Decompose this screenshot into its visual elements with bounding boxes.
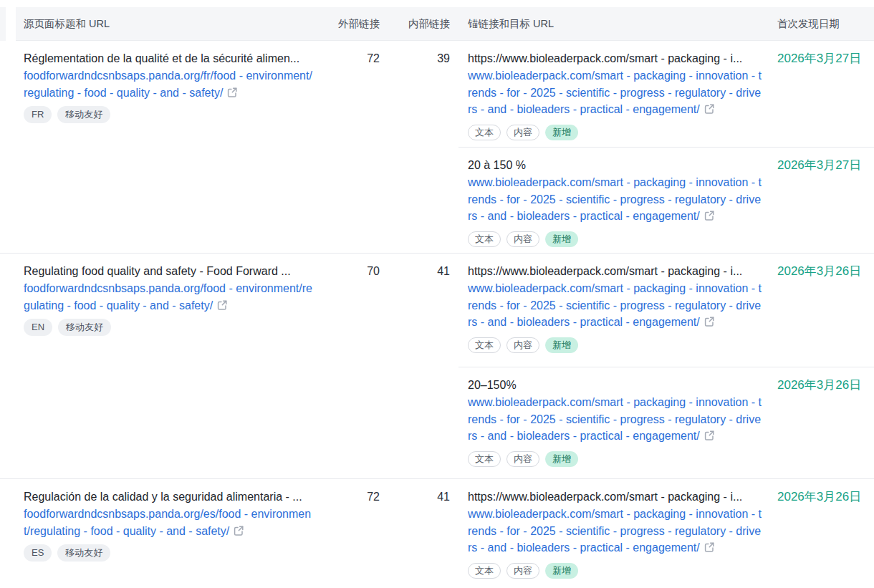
target-url-link[interactable]: www.bioleaderpack.com/smart - packaging … — [468, 174, 763, 225]
new-badge: 新增 — [545, 337, 578, 353]
target-url-link[interactable]: www.bioleaderpack.com/smart - packaging … — [468, 394, 763, 445]
backlink-row: 8 Regulating food quality and safety - F… — [0, 253, 874, 478]
source-page-cell: Regulating food quality and safety - Foo… — [24, 263, 313, 336]
link-type-badge: 文本 — [468, 231, 501, 247]
language-badge: FR — [24, 106, 52, 123]
link-placement-badge: 内容 — [506, 451, 539, 467]
external-link-icon — [704, 317, 714, 327]
anchor-cell: https://www.bioleaderpack.com/smart - pa… — [468, 50, 763, 140]
external-link-icon — [704, 542, 714, 552]
target-url-link[interactable]: www.bioleaderpack.com/smart - packaging … — [468, 67, 763, 118]
target-url-link[interactable]: www.bioleaderpack.com/smart - packaging … — [468, 506, 763, 556]
anchor-cell: https://www.bioleaderpack.com/smart - pa… — [468, 488, 763, 579]
external-links-count: 70 — [313, 263, 380, 280]
link-type-badge: 文本 — [468, 451, 501, 467]
external-links-count: 72 — [313, 488, 380, 506]
external-link-icon — [704, 430, 714, 440]
link-placement-badge: 内容 — [506, 337, 539, 353]
anchor-text: https://www.bioleaderpack.com/smart - pa… — [468, 50, 763, 67]
anchor-cell: 20 à 150 % www.bioleaderpack.com/smart -… — [468, 157, 763, 247]
source-page-title: Regulación de la calidad y la seguridad … — [24, 488, 313, 506]
header-internal-links: 内部链接 — [380, 17, 450, 31]
link-placement-badge: 内容 — [506, 125, 539, 140]
external-link-icon — [704, 104, 714, 114]
source-url-link[interactable]: foodforwardndcsnbsaps.panda.org/fr/food … — [24, 67, 313, 101]
header-first-seen-date: 首次发现日期 — [777, 17, 874, 31]
source-page-title: Regulating food quality and safety - Foo… — [24, 263, 313, 280]
new-badge: 新增 — [545, 231, 578, 247]
link-type-badge: 文本 — [468, 563, 501, 579]
source-page-title: Réglementation de la qualité et de la sé… — [24, 50, 313, 67]
anchor-text: 20 à 150 % — [468, 157, 763, 174]
table-header: 源页面标题和 URL 外部链接 内部链接 锚链接和目标 URL 首次发现日期 — [0, 7, 874, 41]
first-seen-date: 2026年3月27日 — [777, 157, 874, 174]
link-type-badge: 文本 — [468, 337, 501, 353]
external-link-icon — [704, 211, 714, 221]
link-type-badge: 文本 — [468, 125, 501, 140]
mobile-friendly-badge: 移动友好 — [58, 319, 111, 336]
header-external-links: 外部链接 — [313, 17, 380, 31]
source-page-cell: Réglementation de la qualité et de la sé… — [24, 50, 313, 123]
new-badge: 新增 — [545, 451, 578, 467]
external-links-count: 72 — [313, 50, 380, 67]
source-url-link[interactable]: foodforwardndcsnbsaps.panda.org/es/food … — [24, 506, 313, 539]
language-badge: EN — [24, 319, 52, 336]
anchor-cell: https://www.bioleaderpack.com/smart - pa… — [468, 263, 763, 353]
language-badge: ES — [24, 544, 52, 562]
backlinks-table-body: 8 Réglementation de la qualité et de la … — [0, 41, 874, 588]
anchor-cell: 20–150% www.bioleaderpack.com/smart - pa… — [468, 377, 763, 467]
header-anchor-target-url: 锚链接和目标 URL — [468, 17, 763, 31]
target-url-link[interactable]: www.bioleaderpack.com/smart - packaging … — [468, 280, 763, 331]
new-badge: 新增 — [545, 563, 578, 579]
backlink-row: 8 Regulación de la calidad y la segurida… — [0, 478, 874, 588]
external-link-icon — [227, 87, 237, 97]
first-seen-date: 2026年3月27日 — [777, 50, 874, 67]
anchor-text: https://www.bioleaderpack.com/smart - pa… — [468, 263, 763, 280]
anchor-text: https://www.bioleaderpack.com/smart - pa… — [468, 488, 763, 506]
source-url-link[interactable]: foodforwardndcsnbsaps.panda.org/food - e… — [24, 280, 313, 314]
link-placement-badge: 内容 — [506, 231, 539, 247]
external-link-icon — [217, 300, 227, 310]
header-column-gap — [6, 7, 16, 41]
internal-links-count: 41 — [380, 263, 450, 280]
anchor-text: 20–150% — [468, 377, 763, 394]
internal-links-count: 39 — [380, 50, 450, 67]
mobile-friendly-badge: 移动友好 — [57, 106, 110, 123]
internal-links-count: 41 — [380, 488, 450, 506]
external-link-icon — [234, 526, 244, 536]
source-page-cell: Regulación de la calidad y la seguridad … — [24, 488, 313, 562]
first-seen-date: 2026年3月26日 — [777, 263, 874, 280]
backlink-row: 8 Réglementation de la qualité et de la … — [0, 41, 874, 253]
first-seen-date: 2026年3月26日 — [777, 488, 874, 506]
first-seen-date: 2026年3月26日 — [777, 377, 874, 394]
header-score-column-stub — [0, 7, 6, 41]
new-badge: 新增 — [545, 125, 578, 140]
mobile-friendly-badge: 移动友好 — [57, 544, 110, 562]
link-placement-badge: 内容 — [506, 563, 539, 579]
header-source-title-url: 源页面标题和 URL — [24, 17, 313, 31]
